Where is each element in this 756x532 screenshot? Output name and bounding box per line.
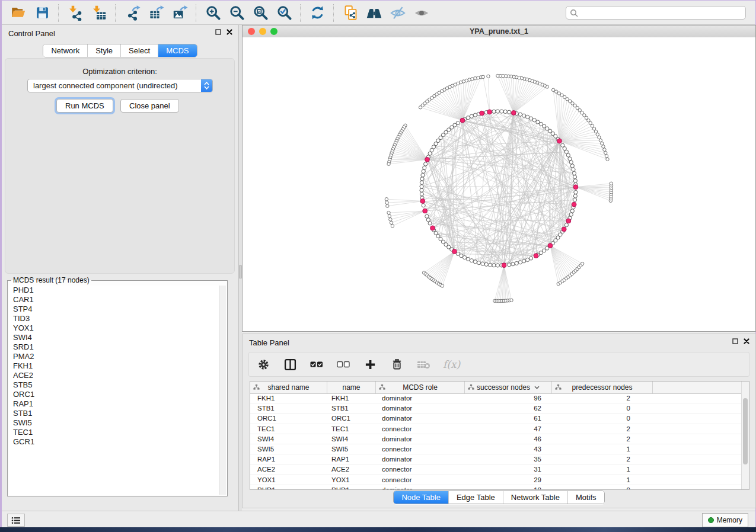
import-network-button[interactable] (63, 3, 87, 23)
graph-mcds-node[interactable] (566, 219, 571, 223)
mcds-result-item[interactable]: SWI4 (9, 333, 220, 342)
graph-node[interactable] (422, 204, 425, 207)
graph-leaf-node[interactable] (496, 74, 499, 77)
graph-node[interactable] (426, 218, 430, 222)
graph-leaf-node[interactable] (601, 142, 604, 145)
graph-node[interactable] (569, 161, 573, 164)
refresh-layout-button[interactable] (305, 3, 329, 23)
table-row[interactable]: STB1STB1dominator620 (250, 403, 742, 414)
graph-node[interactable] (424, 162, 428, 166)
zoom-out-button[interactable] (225, 3, 248, 23)
table-row[interactable]: PHD1PHD1dominator180 (250, 485, 742, 490)
graph-leaf-node[interactable] (598, 136, 601, 139)
graph-node[interactable] (428, 152, 432, 155)
tab-style[interactable]: Style (87, 44, 120, 57)
graph-mcds-node[interactable] (557, 139, 562, 143)
graph-leaf-node[interactable] (510, 299, 513, 302)
mcds-result-item[interactable]: RAP1 (9, 399, 220, 409)
graph-node[interactable] (470, 114, 473, 118)
graph-node[interactable] (460, 254, 463, 258)
table-row[interactable]: ORC1ORC1dominator610 (250, 414, 742, 424)
export-image-button[interactable] (168, 3, 192, 23)
graph-node[interactable] (422, 169, 425, 173)
graph-node[interactable] (481, 262, 484, 265)
close-icon[interactable] (744, 338, 749, 344)
graph-node[interactable] (503, 110, 507, 113)
zoom-selected-button[interactable] (272, 3, 296, 23)
graph-leaf-node[interactable] (391, 225, 394, 227)
table-row[interactable]: FKH1FKH1dominator962 (250, 393, 742, 403)
graph-mcds-node[interactable] (423, 209, 428, 213)
graph-node[interactable] (570, 164, 574, 168)
graph-node[interactable] (420, 185, 423, 188)
graph-leaf-node[interactable] (387, 211, 390, 214)
table-scrollbar[interactable] (741, 382, 749, 489)
mcds-result-item[interactable]: PMA2 (9, 352, 220, 361)
graph-mcds-node[interactable] (460, 118, 465, 123)
graph-node[interactable] (526, 115, 529, 118)
graph-leaf-node[interactable] (481, 75, 484, 78)
column-header-name[interactable]: name (327, 382, 376, 393)
graph-node[interactable] (518, 113, 522, 116)
graph-node[interactable] (529, 257, 532, 260)
graph-node[interactable] (496, 264, 499, 267)
graph-leaf-node[interactable] (387, 162, 390, 165)
graph-node[interactable] (572, 168, 575, 171)
graph-node[interactable] (466, 116, 470, 120)
graph-node[interactable] (569, 213, 573, 216)
mcds-result-item[interactable]: CAR1 (9, 295, 220, 305)
graph-node[interactable] (573, 175, 576, 179)
close-panel-button[interactable]: Close panel (120, 99, 179, 113)
graph-leaf-node[interactable] (388, 214, 391, 217)
graph-node[interactable] (573, 198, 576, 201)
graph-node[interactable] (430, 148, 433, 152)
graph-node[interactable] (573, 179, 577, 182)
graph-node[interactable] (492, 264, 496, 267)
graph-node[interactable] (526, 258, 529, 261)
graph-leaf-node[interactable] (596, 133, 599, 136)
graph-leaf-node[interactable] (603, 148, 606, 151)
graph-node[interactable] (532, 118, 536, 122)
graph-node[interactable] (425, 214, 429, 218)
graph-mcds-node[interactable] (480, 111, 484, 116)
graph-node[interactable] (470, 259, 473, 262)
column-header-shared-name[interactable]: shared name (250, 382, 327, 393)
graph-mcds-node[interactable] (572, 202, 576, 207)
mcds-result-item[interactable]: STB5 (9, 380, 220, 390)
mcds-result-item[interactable]: FKH1 (9, 361, 220, 371)
graph-mcds-node[interactable] (548, 243, 553, 248)
graph-node[interactable] (420, 181, 423, 184)
mcds-result-item[interactable]: STB1 (9, 409, 220, 418)
mcds-result-item[interactable]: ACE2 (9, 371, 220, 380)
graph-node[interactable] (473, 260, 477, 264)
network-canvas[interactable] (243, 37, 755, 331)
copy-network-button[interactable] (339, 3, 362, 23)
graph-node[interactable] (522, 114, 526, 117)
graph-node[interactable] (420, 188, 423, 192)
export-table-button[interactable] (144, 3, 168, 23)
table-row[interactable]: RAP1RAP1dominator352 (250, 454, 742, 464)
mcds-result-item[interactable]: GCR1 (9, 437, 220, 447)
graph-mcds-node[interactable] (562, 227, 566, 232)
graph-leaf-node[interactable] (477, 76, 480, 79)
status-menu-button[interactable] (7, 514, 25, 527)
table-row[interactable]: ACE2ACE2connector311 (250, 464, 742, 475)
column-header-predecessor-nodes[interactable]: predecessor nodes (552, 382, 653, 393)
import-table-button[interactable] (87, 3, 111, 23)
graph-node[interactable] (518, 261, 522, 264)
graph-leaf-node[interactable] (606, 158, 609, 161)
mcds-result-item[interactable]: TID3 (9, 314, 220, 323)
search-input[interactable] (580, 8, 742, 18)
graph-node[interactable] (500, 110, 503, 113)
graph-leaf-node[interactable] (390, 221, 393, 224)
show-eye-button[interactable] (410, 3, 433, 23)
graph-mcds-node[interactable] (425, 157, 430, 162)
tab-network[interactable]: Network (43, 44, 87, 57)
columns-button[interactable] (283, 357, 297, 371)
column-header-successor-nodes[interactable]: successor nodes (465, 382, 552, 393)
graph-mcds-node[interactable] (430, 226, 435, 230)
graph-mcds-node[interactable] (534, 254, 538, 258)
graph-leaf-node[interactable] (385, 201, 388, 204)
graph-mcds-node[interactable] (573, 185, 578, 190)
graph-node[interactable] (421, 174, 425, 177)
